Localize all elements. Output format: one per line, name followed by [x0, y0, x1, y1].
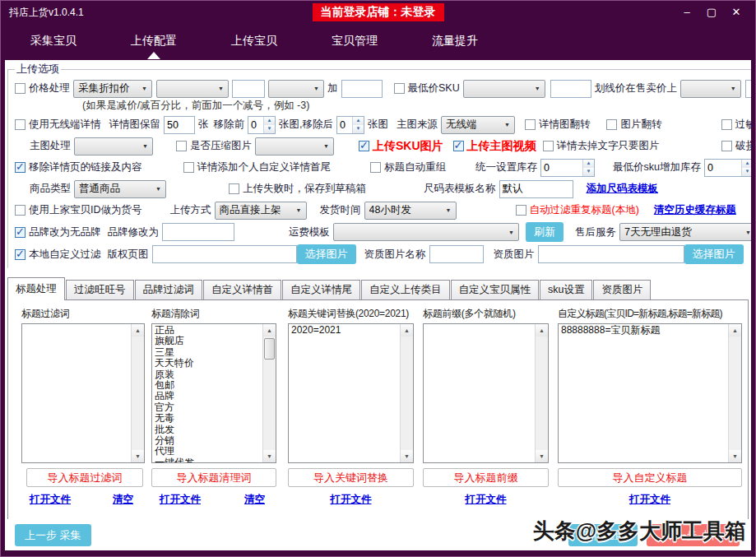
text-only-checkbox[interactable]	[543, 141, 554, 151]
scroll-down-icon[interactable]: ▼	[401, 450, 413, 462]
min-sku-input[interactable]	[550, 80, 591, 98]
nav-item-upload-config[interactable]: 上传配置	[131, 34, 177, 49]
clear-history-link[interactable]: 清空历史缓存标题	[654, 203, 736, 217]
scroll-down-icon[interactable]: ▼	[536, 450, 548, 462]
remove-after-stepper[interactable]: ▲▼	[336, 116, 364, 134]
title-prefix-listbox[interactable]: ▲▼	[423, 323, 549, 463]
nav-item-collect[interactable]: 采集宝贝	[30, 34, 77, 49]
spinner-up-icon[interactable]: ▲	[583, 160, 594, 168]
spinner-down-icon[interactable]: ▼	[353, 125, 364, 133]
tab-brand-filter[interactable]: 品牌过滤词	[135, 280, 203, 299]
scrollbar[interactable]: ▲▼	[728, 324, 741, 462]
scroll-up-icon[interactable]: ▲	[401, 324, 413, 337]
prev-step-button[interactable]: 上一步 采集	[15, 524, 91, 546]
tab-custom-attrs[interactable]: 自定义宝贝属性	[451, 280, 540, 299]
min-sku-stock-input[interactable]	[705, 160, 741, 176]
price-value1-input[interactable]	[232, 80, 265, 98]
open-file-link[interactable]: 打开文件	[30, 493, 71, 507]
product-type-dropdown[interactable]: 普通商品▼	[74, 180, 166, 198]
main-source-dropdown[interactable]: 无线端▼	[441, 116, 515, 134]
local-filter-checkbox[interactable]	[15, 249, 26, 260]
cert-name-input[interactable]	[429, 245, 484, 263]
spinner-down-icon[interactable]: ▼	[264, 125, 275, 133]
scroll-down-icon[interactable]: ▼	[263, 450, 276, 462]
open-file-link[interactable]: 打开文件	[466, 493, 507, 507]
import-keyword-replace-button[interactable]: 导入关键词替换	[288, 468, 414, 487]
import-custom-title-button[interactable]: 导入自定义标题	[558, 468, 742, 487]
scrollbar[interactable]: ▲▼	[262, 324, 276, 462]
scroll-up-icon[interactable]: ▲	[536, 324, 548, 337]
tab-custom-detail-tail[interactable]: 自定义详情尾	[282, 280, 360, 299]
clean-words-listbox[interactable]: 正品旗舰店三星天天特价原装包邮品牌官方无毒批发分销代理一键代发 ▲▼	[151, 323, 276, 463]
price-value2-input[interactable]	[341, 80, 383, 98]
spinner-up-icon[interactable]: ▲	[264, 117, 275, 125]
compress-checkbox[interactable]	[176, 141, 187, 151]
tab-cert-images[interactable]: 资质图片	[593, 280, 651, 299]
pick-copyright-image-button[interactable]: 选择图片	[297, 244, 356, 264]
upload-video-checkbox[interactable]	[453, 141, 464, 151]
compress-dropdown[interactable]: ▼	[255, 137, 334, 155]
scrollbar[interactable]: ▲▼	[131, 324, 144, 462]
remove-links-checkbox[interactable]	[15, 162, 26, 173]
service-dropdown[interactable]: 7天无理由退货▼	[619, 223, 751, 241]
no-brand-checkbox[interactable]	[15, 227, 26, 238]
tab-custom-detail-head[interactable]: 自定义详情首	[203, 280, 281, 299]
main-image-dropdown[interactable]: ▼	[74, 137, 153, 155]
refresh-button[interactable]: 刷新	[526, 222, 564, 242]
scroll-up-icon[interactable]: ▲	[132, 324, 144, 337]
strike-value-input[interactable]	[745, 80, 751, 98]
freight-dropdown[interactable]: ▼	[333, 223, 519, 241]
remove-front-stepper[interactable]: ▲▼	[248, 116, 276, 134]
stock-input[interactable]	[541, 160, 582, 176]
scrollbar[interactable]: ▲▼	[535, 324, 548, 462]
price-handle-checkbox[interactable]	[15, 83, 26, 94]
tab-sku-settings[interactable]: sku设置	[540, 280, 592, 299]
copyright-input[interactable]	[152, 245, 297, 263]
nav-item-upload-item[interactable]: 上传宝贝	[231, 34, 277, 49]
custom-title-listbox[interactable]: 88888888=宝贝新标题 ▲▼	[558, 323, 742, 463]
strike-op-dropdown[interactable]: ▼	[680, 80, 741, 98]
min-sku-stock-stepper[interactable]: ▲▼	[704, 159, 751, 177]
scrollbar-thumb[interactable]	[264, 338, 275, 360]
size-template-input[interactable]	[499, 180, 573, 198]
use-id-checkbox[interactable]	[15, 205, 26, 216]
ship-time-dropdown[interactable]: 48小时发▼	[364, 202, 457, 220]
scroll-down-icon[interactable]: ▼	[729, 450, 741, 462]
filter-words-listbox[interactable]: ▲▼	[21, 323, 145, 463]
open-file-link[interactable]: 打开文件	[331, 493, 372, 507]
keyword-replace-listbox[interactable]: 2020=2021 ▲▼	[288, 323, 414, 463]
spinner-down-icon[interactable]: ▼	[742, 168, 751, 176]
min-sku-dropdown[interactable]: ▼	[463, 80, 545, 98]
price-mode-dropdown[interactable]: 采集折扣价▼	[73, 80, 152, 98]
tab-custom-category[interactable]: 自定义上传类目	[361, 280, 450, 299]
tab-filter-wangwang[interactable]: 过滤旺旺号	[66, 280, 134, 299]
minimize-icon[interactable]: –	[681, 6, 693, 18]
import-clean-words-button[interactable]: 导入标题清理词	[151, 468, 276, 487]
add-size-template-link[interactable]: 添加尺码表模板	[587, 182, 659, 196]
clear-link[interactable]: 清空	[244, 493, 265, 507]
add-custom-checkbox[interactable]	[183, 162, 194, 173]
close-icon[interactable]: ✕	[730, 6, 742, 18]
open-file-link[interactable]: 打开文件	[629, 493, 670, 507]
nav-item-manage[interactable]: 宝贝管理	[332, 34, 378, 49]
tab-title-processing[interactable]: 标题处理	[7, 277, 65, 300]
damage-return-checkbox[interactable]	[721, 141, 732, 151]
scroll-up-icon[interactable]: ▲	[729, 324, 741, 337]
import-filter-words-button[interactable]: 导入标题过滤词	[26, 468, 143, 487]
cert-image-input[interactable]	[538, 245, 684, 263]
remove-front-input[interactable]	[248, 117, 263, 133]
detail-flip-checkbox[interactable]	[525, 119, 536, 130]
pick-cert-image-button[interactable]: 选择图片	[684, 244, 744, 264]
price-op1-dropdown[interactable]: ▼	[156, 80, 229, 98]
brand-modify-input[interactable]	[162, 223, 234, 241]
clear-link[interactable]: 清空	[113, 493, 133, 507]
maximize-icon[interactable]: ▢	[706, 6, 717, 18]
import-title-prefix-button[interactable]: 导入标题前缀	[423, 468, 549, 487]
stock-stepper[interactable]: ▲▼	[540, 159, 595, 177]
wireless-detail-checkbox[interactable]	[15, 119, 26, 130]
scroll-up-icon[interactable]: ▲	[263, 324, 276, 337]
upload-mode-dropdown[interactable]: 商品直接上架▼	[215, 202, 307, 220]
scroll-down-icon[interactable]: ▼	[132, 450, 144, 462]
remove-after-input[interactable]	[337, 117, 352, 133]
image-flip-checkbox[interactable]	[606, 119, 617, 130]
